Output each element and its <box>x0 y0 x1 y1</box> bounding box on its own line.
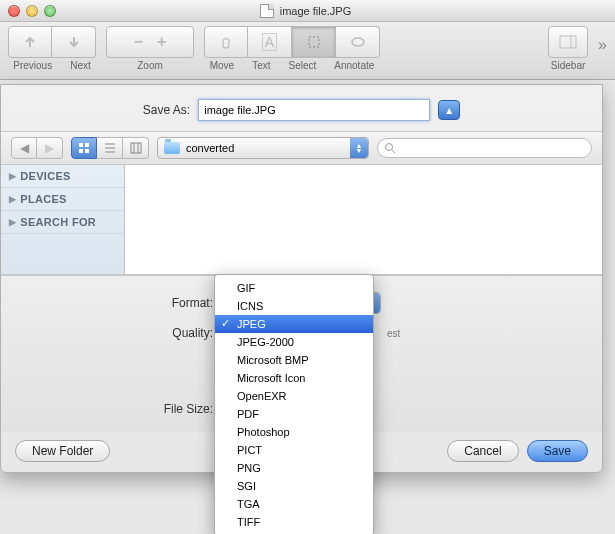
filesize-label: File Size: <box>21 402 221 416</box>
disclosure-triangle-icon: ▶ <box>9 217 16 227</box>
toolbar: Previous Next −+ Zoom A Move Text Select… <box>0 22 615 80</box>
sidebar-item-places[interactable]: ▶PLACES <box>1 188 124 211</box>
move-label: Move <box>210 60 234 71</box>
search-icon <box>384 142 396 154</box>
forward-button[interactable]: ▶ <box>37 137 63 159</box>
svg-rect-4 <box>79 143 83 147</box>
format-option[interactable]: ICNS <box>215 297 373 315</box>
previous-label: Previous <box>13 60 52 71</box>
folder-popup[interactable]: converted ▲▼ <box>157 137 369 159</box>
sidebar-label: Sidebar <box>551 60 585 71</box>
format-option[interactable]: Microsoft BMP <box>215 351 373 369</box>
text-label: Text <box>252 60 270 71</box>
format-option[interactable]: JPEG-2000 <box>215 333 373 351</box>
next-label: Next <box>70 60 91 71</box>
folder-name: converted <box>186 142 234 154</box>
annotate-button[interactable] <box>336 26 380 58</box>
format-option[interactable]: SGI <box>215 477 373 495</box>
search-field[interactable] <box>377 138 592 158</box>
zoom-label: Zoom <box>137 60 163 71</box>
back-button[interactable]: ◀ <box>11 137 37 159</box>
traffic-lights <box>8 5 56 17</box>
list-view-button[interactable] <box>97 137 123 159</box>
previous-button[interactable] <box>8 26 52 58</box>
format-option[interactable]: OpenEXR <box>215 387 373 405</box>
svg-rect-11 <box>131 143 141 153</box>
source-list: ▶DEVICES ▶PLACES ▶SEARCH FOR <box>1 165 125 274</box>
minimize-window-button[interactable] <box>26 5 38 17</box>
svg-rect-5 <box>85 143 89 147</box>
title-bar: image file.JPG <box>0 0 615 22</box>
window-title: image file.JPG <box>280 5 352 17</box>
disclosure-triangle-icon: ▶ <box>9 194 16 204</box>
saveas-input[interactable] <box>198 99 430 121</box>
annotate-label: Annotate <box>334 60 374 71</box>
close-window-button[interactable] <box>8 5 20 17</box>
quality-label: Quality: <box>21 326 221 340</box>
collapse-toggle-button[interactable]: ▲ <box>438 100 460 120</box>
popup-arrows-icon: ▲▼ <box>350 138 368 158</box>
format-option[interactable]: ✓JPEG <box>215 315 373 333</box>
new-folder-button[interactable]: New Folder <box>15 440 110 462</box>
next-button[interactable] <box>52 26 96 58</box>
svg-point-1 <box>352 38 364 46</box>
text-button[interactable]: A <box>248 26 292 58</box>
toolbar-overflow-icon[interactable]: » <box>598 36 607 54</box>
select-label: Select <box>288 60 316 71</box>
checkmrelease-icon: ✓ <box>221 317 230 330</box>
sidebar-button[interactable] <box>548 26 588 58</box>
svg-rect-7 <box>85 149 89 153</box>
svg-line-15 <box>392 150 395 153</box>
sidebar-item-search-for[interactable]: ▶SEARCH FOR <box>1 211 124 234</box>
document-proxy-icon[interactable] <box>260 4 274 18</box>
format-option[interactable]: GIF <box>215 279 373 297</box>
format-option[interactable]: Microsoft Icon <box>215 369 373 387</box>
format-option[interactable]: Photoshop <box>215 423 373 441</box>
disclosure-triangle-icon: ▶ <box>9 171 16 181</box>
format-option[interactable]: PICT <box>215 441 373 459</box>
select-button[interactable] <box>292 26 336 58</box>
format-option[interactable]: TGA <box>215 495 373 513</box>
format-option[interactable]: TIFF <box>215 513 373 531</box>
search-input[interactable] <box>400 142 585 154</box>
cancel-button[interactable]: Cancel <box>447 440 518 462</box>
save-button[interactable]: Save <box>527 440 588 462</box>
path-bar: ◀ ▶ converted ▲▼ <box>1 131 602 165</box>
svg-rect-2 <box>560 36 576 48</box>
column-view-button[interactable] <box>123 137 149 159</box>
format-option[interactable]: PNG <box>215 459 373 477</box>
quality-hint: est <box>387 328 400 339</box>
move-button[interactable] <box>204 26 248 58</box>
svg-point-14 <box>386 144 393 151</box>
format-label: Format: <box>21 296 221 310</box>
format-menu: GIFICNS✓JPEGJPEG-2000Microsoft BMPMicros… <box>214 274 374 534</box>
sidebar-item-devices[interactable]: ▶DEVICES <box>1 165 124 188</box>
file-browser[interactable] <box>125 165 602 274</box>
svg-rect-6 <box>79 149 83 153</box>
zoom-button[interactable]: −+ <box>106 26 194 58</box>
svg-rect-0 <box>309 37 319 47</box>
icon-view-button[interactable] <box>71 137 97 159</box>
saveas-label: Save As: <box>143 103 190 117</box>
folder-icon <box>164 142 180 154</box>
zoom-window-button[interactable] <box>44 5 56 17</box>
format-option[interactable]: PDF <box>215 405 373 423</box>
